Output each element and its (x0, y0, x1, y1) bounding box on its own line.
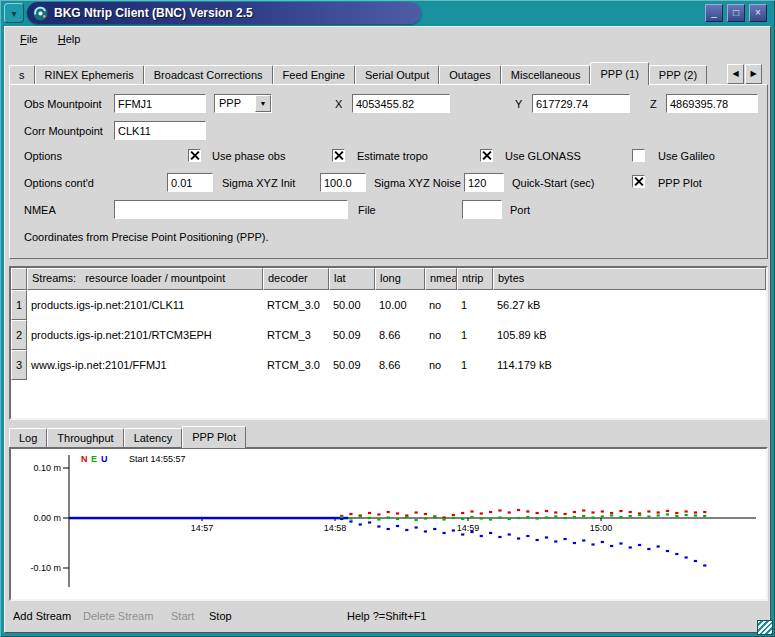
x-coordinate-input[interactable] (352, 94, 450, 113)
tab-throughput[interactable]: Throughput (47, 428, 123, 448)
cell-decoder: RTCM_3.0 (263, 350, 329, 380)
ppp-mode-select[interactable]: PPP ▼ (214, 94, 272, 113)
ppp-plot-chart: 0.10 m0.00 m-0.10 m14:5714:5814:5915:00N… (11, 449, 762, 595)
cell-bytes: 105.89 kB (493, 320, 766, 350)
svg-text:15:00: 15:00 (590, 523, 613, 533)
help-button[interactable]: Help ?=Shift+F1 (347, 610, 427, 622)
tab-latency[interactable]: Latency (124, 428, 183, 448)
header-bytes[interactable]: bytes (493, 268, 766, 290)
svg-text:14:57: 14:57 (191, 523, 214, 533)
cell-bytes: 56.27 kB (493, 290, 766, 320)
add-stream-button[interactable]: Add Stream (13, 610, 71, 622)
app-icon (33, 6, 48, 21)
combo-arrow-icon[interactable]: ▼ (255, 95, 271, 112)
use-galileo-checkbox[interactable] (632, 149, 645, 162)
cell-long: 10.00 (375, 290, 425, 320)
options-contd-label: Options cont'd (24, 177, 94, 189)
table-row[interactable]: 1 products.igs-ip.net:2101/CLK11 RTCM_3.… (11, 290, 766, 320)
quick-start-label: Quick-Start (sec) (512, 177, 595, 189)
minimize-button[interactable]: _ (705, 4, 723, 22)
cell-nmea: no (425, 290, 457, 320)
streams-table-header: Streams: resource loader / mountpoint de… (11, 268, 766, 290)
cell-long: 8.66 (375, 320, 425, 350)
ppp-hint-text: Coordinates from Precise Point Positioni… (24, 231, 269, 243)
estimate-tropo-checkbox[interactable] (332, 149, 345, 162)
header-mountpoint[interactable]: Streams: resource loader / mountpoint (27, 268, 263, 290)
streams-table: Streams: resource loader / mountpoint de… (9, 266, 768, 420)
ppp-plot-label: PPP Plot (658, 177, 702, 189)
file-label: File (358, 204, 376, 216)
titlebar[interactable]: ▾ BKG Ntrip Client (BNC) Version 2.5 _ □… (0, 0, 775, 26)
port-input[interactable] (462, 200, 502, 219)
tab-clipped[interactable]: s (9, 65, 35, 85)
cell-ntrip: 1 (457, 290, 493, 320)
ppp-plot-checkbox[interactable] (632, 175, 645, 188)
row-number: 3 (11, 350, 27, 380)
svg-text:-0.10 m: -0.10 m (30, 563, 61, 573)
tab-miscellaneous[interactable]: Miscellaneous (501, 65, 591, 85)
obs-mountpoint-input[interactable] (114, 94, 206, 113)
resize-grip[interactable] (757, 620, 773, 635)
header-nmea[interactable]: nmea (425, 268, 457, 290)
sigma-xyz-noise-label: Sigma XYZ Noise (374, 177, 461, 189)
row-number: 2 (11, 320, 27, 350)
main-window: File Help s RINEX Ephemeris Broadcast Co… (4, 26, 771, 633)
use-glonass-label: Use GLONASS (505, 150, 581, 162)
ppp1-panel: Obs Mountpoint PPP ▼ X Y Z Corr Mountpoi… (9, 84, 768, 259)
sigma-xyz-noise-input[interactable] (320, 173, 366, 192)
window-title: BKG Ntrip Client (BNC) Version 2.5 (54, 6, 253, 20)
table-row[interactable]: 3 www.igs-ip.net:2101/FFMJ1 RTCM_3.0 50.… (11, 350, 766, 380)
corr-mountpoint-input[interactable] (114, 121, 206, 140)
cell-lat: 50.09 (329, 350, 375, 380)
table-row[interactable]: 2 products.igs-ip.net:2101/RTCM3EPH RTCM… (11, 320, 766, 350)
tab-ppp-2[interactable]: PPP (2) (649, 65, 707, 85)
cell-lat: 50.00 (329, 290, 375, 320)
ppp-mode-value: PPP (215, 95, 255, 112)
quick-start-input[interactable] (464, 173, 504, 192)
z-coordinate-input[interactable] (666, 94, 758, 113)
cell-decoder: RTCM_3.0 (263, 290, 329, 320)
stop-button[interactable]: Stop (209, 610, 232, 622)
svg-text:14:58: 14:58 (324, 523, 347, 533)
tab-broadcast-corrections[interactable]: Broadcast Corrections (144, 65, 273, 85)
tab-rinex-ephemeris[interactable]: RINEX Ephemeris (35, 65, 144, 85)
tab-feed-engine[interactable]: Feed Engine (273, 65, 355, 85)
sigma-xyz-init-input[interactable] (167, 173, 213, 192)
obs-mountpoint-label: Obs Mountpoint (24, 98, 102, 110)
tab-outages[interactable]: Outages (439, 65, 501, 85)
menubar: File Help (6, 28, 769, 50)
use-glonass-checkbox[interactable] (480, 149, 493, 162)
tab-ppp-plot[interactable]: PPP Plot (182, 426, 246, 448)
cell-nmea: no (425, 350, 457, 380)
cell-ntrip: 1 (457, 350, 493, 380)
cell-decoder: RTCM_3 (263, 320, 329, 350)
y-coordinate-input[interactable] (532, 94, 630, 113)
window-menu-button[interactable]: ▾ (4, 3, 24, 23)
header-ntrip[interactable]: ntrip (457, 268, 493, 290)
nmea-input[interactable] (114, 200, 348, 219)
port-label: Port (510, 204, 530, 216)
menu-help[interactable]: Help (50, 31, 89, 47)
menu-file[interactable]: File (12, 31, 46, 47)
tab-ppp-1[interactable]: PPP (1) (590, 62, 648, 85)
x-label: X (335, 98, 342, 110)
maximize-button[interactable]: □ (727, 4, 745, 22)
title-pill[interactable]: BKG Ntrip Client (BNC) Version 2.5 (27, 2, 421, 24)
close-button[interactable]: × (749, 4, 767, 22)
tab-scroll-right-icon[interactable]: ▶ (745, 64, 762, 84)
svg-text:Start 14:55:57: Start 14:55:57 (129, 454, 186, 464)
tab-scroll-left-icon[interactable]: ◀ (727, 64, 744, 84)
header-corner-cell (11, 268, 27, 290)
header-long[interactable]: long (375, 268, 425, 290)
cell-ntrip: 1 (457, 320, 493, 350)
svg-text:0.10 m: 0.10 m (33, 463, 61, 473)
svg-text:N: N (81, 454, 88, 464)
y-label: Y (515, 98, 522, 110)
tab-serial-output[interactable]: Serial Output (355, 65, 439, 85)
header-decoder[interactable]: decoder (263, 268, 329, 290)
header-lat[interactable]: lat (329, 268, 375, 290)
use-phase-obs-label: Use phase obs (212, 150, 285, 162)
use-phase-obs-checkbox[interactable] (188, 149, 201, 162)
cell-mountpoint: products.igs-ip.net:2101/RTCM3EPH (27, 320, 263, 350)
tab-log[interactable]: Log (9, 428, 47, 448)
